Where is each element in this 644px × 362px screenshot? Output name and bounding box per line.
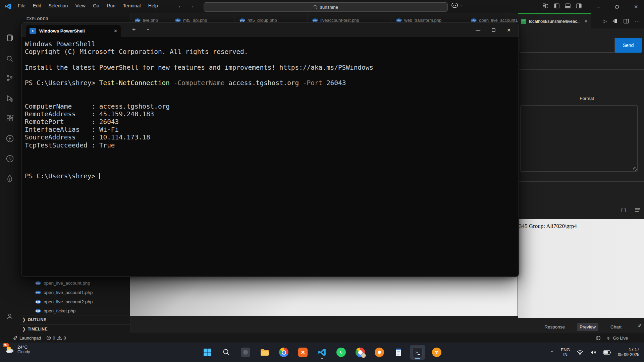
menu-edit[interactable]: Edit bbox=[30, 0, 44, 11]
explorer-header: EXPLORER bbox=[26, 17, 48, 21]
history-extension-icon[interactable] bbox=[4, 153, 15, 164]
copilot-button[interactable]: ⌄ bbox=[451, 3, 463, 8]
window-restore-button[interactable] bbox=[608, 0, 627, 13]
vscode-icon bbox=[318, 348, 326, 357]
url-input[interactable] bbox=[520, 38, 615, 53]
terminal-output[interactable]: Windows PowerShellCopyright (C) Microsof… bbox=[25, 40, 515, 275]
go-live-button[interactable]: Go Live bbox=[603, 333, 631, 343]
toggle-panel-icon[interactable] bbox=[565, 3, 571, 9]
chrome-profile-button[interactable] bbox=[353, 345, 368, 360]
command-search-box[interactable]: sunshine bbox=[204, 2, 448, 12]
xampp-x-button[interactable]: ✕ bbox=[296, 345, 310, 360]
chrome-button[interactable] bbox=[276, 345, 291, 360]
browser-sync-indicator[interactable] bbox=[593, 333, 603, 343]
orange-app-button-1[interactable] bbox=[372, 345, 387, 360]
close-tab-icon[interactable]: ✕ bbox=[114, 28, 117, 34]
terminal-close-button[interactable]: ✕ bbox=[501, 23, 517, 37]
tab-close-icon[interactable]: ✕ bbox=[584, 19, 588, 24]
powershell-window[interactable]: > Windows PowerShell ✕ + ⌄ — ✕ Windows P… bbox=[21, 22, 519, 277]
language-indicator[interactable]: ENGIN bbox=[561, 348, 570, 357]
weather-widget[interactable]: 9+ 24°C Cloudy bbox=[5, 345, 30, 355]
source-control-icon[interactable] bbox=[4, 73, 15, 83]
tab-dropdown-icon[interactable]: ⌄ bbox=[146, 26, 150, 31]
tray-expand-icon[interactable]: ⌃ bbox=[550, 350, 554, 355]
notepad-button[interactable] bbox=[391, 345, 406, 360]
xampp-x-icon: ✕ bbox=[298, 348, 308, 357]
profile-avatar bbox=[361, 353, 366, 358]
launchpad-button[interactable]: Launchpad bbox=[10, 333, 44, 343]
run-debug-icon[interactable] bbox=[4, 93, 15, 104]
forward-arrow-icon[interactable]: → bbox=[189, 3, 195, 9]
back-arrow-icon[interactable]: ← bbox=[178, 3, 183, 9]
format-label[interactable]: Format bbox=[580, 96, 594, 101]
toggle-sidebar-icon[interactable] bbox=[554, 3, 559, 9]
outline-section[interactable]: ❯ OUTLINE bbox=[20, 315, 130, 324]
battery-icon[interactable] bbox=[603, 350, 611, 355]
running-indicator bbox=[321, 358, 323, 359]
menu-selection[interactable]: Selection bbox=[46, 0, 71, 11]
panel-divider bbox=[518, 181, 644, 182]
tab-response[interactable]: Response bbox=[542, 323, 568, 331]
powershell-titlebar[interactable]: > Windows PowerShell ✕ + ⌄ — ✕ bbox=[21, 23, 519, 37]
window-minimize-button[interactable]: – bbox=[589, 0, 608, 13]
explorer-icon[interactable] bbox=[4, 33, 15, 43]
new-tab-button[interactable]: + bbox=[132, 26, 136, 33]
more-actions-icon[interactable]: ⋯ bbox=[635, 18, 640, 24]
chrome-icon bbox=[356, 348, 365, 357]
menu-view[interactable]: View bbox=[72, 0, 89, 11]
file-open-live-account2[interactable]: php open_live_account2.php bbox=[20, 297, 130, 306]
menu-lines-icon[interactable] bbox=[635, 207, 640, 212]
split-editor-icon[interactable] bbox=[624, 18, 629, 24]
accounts-icon[interactable] bbox=[4, 311, 15, 322]
extensions-icon[interactable] bbox=[4, 113, 15, 124]
whatsapp-button[interactable] bbox=[334, 345, 348, 360]
volume-icon[interactable] bbox=[590, 350, 596, 355]
menu-help[interactable]: Help bbox=[145, 0, 161, 11]
file-open-live-account[interactable]: php open_live_account.php bbox=[20, 279, 130, 287]
orange-app-button-2[interactable] bbox=[429, 345, 444, 360]
customize-layout-icon[interactable] bbox=[543, 3, 548, 9]
preview-response-text: 345 Group: Ali7020\grp4 bbox=[519, 223, 577, 230]
start-button[interactable] bbox=[200, 345, 215, 360]
response-preview-pane[interactable]: 345 Group: Ali7020\grp4 bbox=[518, 219, 644, 318]
request-body-textarea[interactable] bbox=[520, 105, 638, 172]
taskbar-app-dark[interactable] bbox=[238, 345, 253, 360]
format-json-icon[interactable]: { } bbox=[621, 207, 626, 212]
edit-pencil-icon[interactable]: ✎ bbox=[638, 323, 642, 328]
vscode-button[interactable] bbox=[315, 345, 329, 360]
windows-start-icon bbox=[203, 348, 212, 357]
toggle-secondary-sidebar-icon[interactable] bbox=[576, 3, 582, 9]
file-explorer-button[interactable] bbox=[257, 345, 272, 360]
file-open-ticket[interactable]: php open_ticket.php bbox=[20, 306, 130, 315]
menu-terminal[interactable]: Terminal bbox=[120, 0, 144, 11]
mongodb-icon[interactable] bbox=[4, 173, 15, 184]
file-open-live-account1[interactable]: php open_live_account1.php bbox=[20, 288, 130, 297]
clock-indicator[interactable]: 17:1705-09-2025 bbox=[618, 347, 639, 357]
activity-bar bbox=[0, 13, 20, 333]
problems-indicator[interactable]: 0 0 bbox=[44, 333, 68, 343]
terminal-maximize-button[interactable] bbox=[486, 23, 501, 37]
menu-file[interactable]: File bbox=[15, 0, 29, 11]
menu-run[interactable]: Run bbox=[104, 0, 118, 11]
browser-preview-page bbox=[130, 276, 518, 316]
search-sidebar-icon[interactable] bbox=[4, 53, 15, 64]
tab-chart[interactable]: Chart bbox=[608, 323, 624, 331]
open-changes-icon[interactable] bbox=[612, 18, 618, 24]
menu-go[interactable]: Go bbox=[90, 0, 102, 11]
whatsapp-icon bbox=[336, 348, 346, 357]
wifi-icon[interactable] bbox=[577, 350, 583, 355]
vscode-logo-icon bbox=[5, 3, 11, 10]
run-request-icon[interactable]: ▷ bbox=[603, 18, 607, 24]
resize-grip[interactable] bbox=[633, 167, 637, 171]
send-button[interactable]: Send bbox=[615, 38, 642, 53]
powershell-tab[interactable]: > Windows PowerShell ✕ bbox=[26, 25, 121, 37]
php-file-icon: php bbox=[35, 281, 41, 285]
terminal-button[interactable]: >_ bbox=[410, 345, 425, 360]
taskbar-search-button[interactable] bbox=[219, 345, 234, 360]
window-close-button[interactable]: ✕ bbox=[627, 0, 644, 13]
timeline-section[interactable]: ❯ TIMELINE bbox=[20, 324, 130, 333]
terminal-minimize-button[interactable]: — bbox=[470, 23, 486, 37]
tab-localhost-request[interactable]: localhost/sunshine/liveac.. ✕ bbox=[518, 13, 591, 28]
tab-preview[interactable]: Preview bbox=[577, 323, 598, 331]
thunder-client-icon[interactable] bbox=[4, 133, 15, 144]
